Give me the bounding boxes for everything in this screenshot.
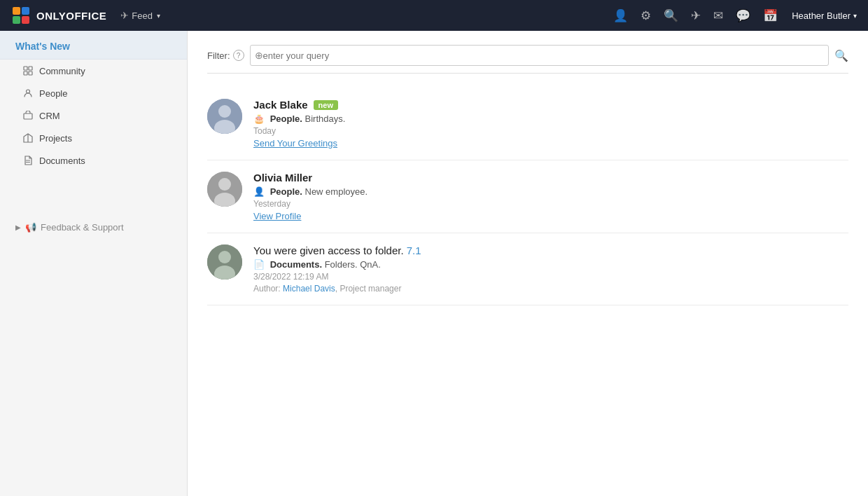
svg-rect-9: [24, 113, 32, 119]
avatar-michael-davis: [207, 244, 242, 280]
sidebar-item-projects[interactable]: Projects: [0, 127, 187, 149]
sidebar-documents-label: Documents: [39, 156, 85, 166]
sidebar-crm-label: CRM: [39, 111, 60, 121]
talkback-icon[interactable]: ✈: [691, 8, 701, 23]
main-content: Filter: ? ⊕ 🔍: [188, 31, 868, 496]
svg-rect-3: [22, 16, 29, 24]
filter-input-wrap: ⊕: [250, 45, 830, 66]
feed-time-folder: 3/28/2022 12:19 AM: [253, 272, 848, 282]
feed-time-olivia: Yesterday: [253, 199, 848, 209]
sidebar-people-label: People: [39, 88, 67, 99]
sidebar-item-crm[interactable]: CRM: [0, 104, 187, 127]
feed-dropdown-icon: ▾: [157, 12, 160, 20]
main-layout: What's New Community People: [0, 31, 868, 496]
crm-icon: [22, 110, 34, 121]
filter-add-button[interactable]: ⊕: [255, 50, 263, 61]
sidebar-whats-new[interactable]: What's New: [0, 31, 187, 60]
user-menu[interactable]: Heather Butler ▾: [792, 11, 857, 21]
community-icon: [22, 65, 34, 76]
feed-action-olivia[interactable]: View Profile: [253, 211, 301, 221]
feed-meta-jack-blake: 🎂 People. Birthdays.: [253, 113, 848, 124]
sidebar-item-documents[interactable]: Documents: [0, 149, 187, 172]
birthday-icon: 🎂: [253, 113, 265, 124]
sidebar: What's New Community People: [0, 31, 188, 496]
feed-folder-title-text: You were given access to folder.: [253, 244, 404, 256]
feed-item-folder-access: You were given access to folder. 7.1 📄 D…: [207, 233, 848, 305]
filter-bar: Filter: ? ⊕ 🔍: [207, 45, 848, 74]
feed-time-jack: Today: [253, 126, 848, 136]
svg-point-15: [218, 105, 231, 118]
feed-body-jack-blake: Jack Blake new 🎂 People. Birthdays. Toda…: [253, 99, 848, 149]
mail-icon[interactable]: ✉: [713, 8, 723, 23]
user-dropdown-icon: ▾: [853, 12, 857, 20]
people-sidebar-icon: [22, 88, 34, 99]
svg-rect-6: [24, 71, 27, 75]
feed-body-olivia-miller: Olivia Miller 👤 People. New employee. Ye…: [253, 172, 848, 221]
feed-detail-jack: Birthdays.: [305, 113, 346, 124]
feed-detail-olivia: New employee.: [305, 186, 368, 197]
svg-rect-0: [13, 7, 20, 15]
settings-icon[interactable]: ⚙: [640, 8, 651, 23]
avatar-olivia-miller: [207, 172, 242, 207]
feed-name-jack-blake: Jack Blake: [253, 99, 308, 111]
feed-item-jack-blake: Jack Blake new 🎂 People. Birthdays. Toda…: [207, 88, 848, 160]
app-name: ONLYOFFICE: [36, 10, 106, 22]
author-label: Author:: [253, 284, 281, 294]
filter-help-icon[interactable]: ?: [233, 50, 244, 61]
calendar-icon[interactable]: 📅: [763, 8, 778, 23]
people-icon[interactable]: 👤: [613, 8, 628, 23]
sidebar-feedback-group[interactable]: ▶ 📢 Feedback & Support: [0, 214, 187, 238]
feed-folder-num: 7.1: [407, 244, 421, 256]
feed-label: Feed: [132, 11, 153, 21]
feedback-speaker-icon: 📢: [25, 222, 36, 233]
feed-action-jack[interactable]: Send Your Greetings: [253, 138, 337, 149]
feed-folder-title: You were given access to folder. 7.1: [253, 244, 848, 256]
search-icon[interactable]: 🔍: [664, 8, 678, 23]
author-name[interactable]: Michael Davis: [283, 284, 335, 294]
svg-rect-4: [24, 67, 27, 70]
person-icon: 👤: [253, 186, 265, 197]
documents-icon: [22, 155, 34, 166]
feed-module-jack: People.: [270, 113, 302, 124]
svg-point-18: [218, 178, 231, 191]
feed-icon: ✈: [120, 10, 129, 21]
feed-nav[interactable]: ✈ Feed ▾: [120, 10, 160, 21]
doc-icon: 📄: [253, 259, 265, 270]
avatar-jack-blake: [207, 99, 242, 134]
author-role: Project manager: [340, 284, 401, 294]
svg-rect-5: [29, 67, 32, 70]
chat-icon[interactable]: 💬: [736, 8, 750, 23]
filter-input[interactable]: [263, 50, 825, 61]
feed-module-olivia: People.: [270, 186, 302, 197]
feed-meta-olivia: 👤 People. New employee.: [253, 186, 848, 197]
svg-rect-7: [29, 71, 32, 75]
projects-icon: [22, 132, 34, 144]
feed-name-olivia: Olivia Miller: [253, 172, 312, 184]
sidebar-feedback-label: Feedback & Support: [41, 222, 124, 233]
topnav: ONLYOFFICE ✈ Feed ▾ 👤 ⚙ 🔍 ✈ ✉ 💬 📅 Heathe…: [0, 0, 868, 31]
app-logo[interactable]: ONLYOFFICE: [11, 6, 106, 25]
sidebar-item-people[interactable]: People: [0, 82, 187, 104]
feed-body-folder-access: You were given access to folder. 7.1 📄 D…: [253, 244, 848, 294]
feed-detail-folder: Folders. QnA.: [325, 259, 381, 270]
feed-title-olivia-miller: Olivia Miller: [253, 172, 848, 184]
svg-point-8: [27, 90, 30, 93]
feed-title-jack-blake: Jack Blake new: [253, 99, 848, 111]
filter-label: Filter: ?: [207, 50, 244, 61]
feedback-arrow-icon: ▶: [15, 223, 21, 231]
feed-meta-folder: 📄 Documents. Folders. QnA.: [253, 259, 848, 270]
svg-point-21: [218, 251, 231, 263]
topnav-icon-group: 👤 ⚙ 🔍 ✈ ✉ 💬 📅: [613, 8, 778, 23]
sidebar-projects-label: Projects: [39, 133, 72, 144]
sidebar-community-label: Community: [39, 66, 85, 76]
feed-item-olivia-miller: Olivia Miller 👤 People. New employee. Ye…: [207, 160, 848, 233]
feed-module-folder: Documents.: [270, 259, 322, 270]
sidebar-item-community[interactable]: Community: [0, 60, 187, 82]
filter-search-button[interactable]: 🔍: [834, 49, 848, 62]
feed-badge-new: new: [314, 100, 338, 110]
feed-author-folder: Author: Michael Davis, Project manager: [253, 284, 848, 294]
user-name: Heather Butler: [792, 11, 850, 21]
svg-rect-2: [13, 16, 20, 24]
svg-rect-1: [22, 7, 29, 15]
